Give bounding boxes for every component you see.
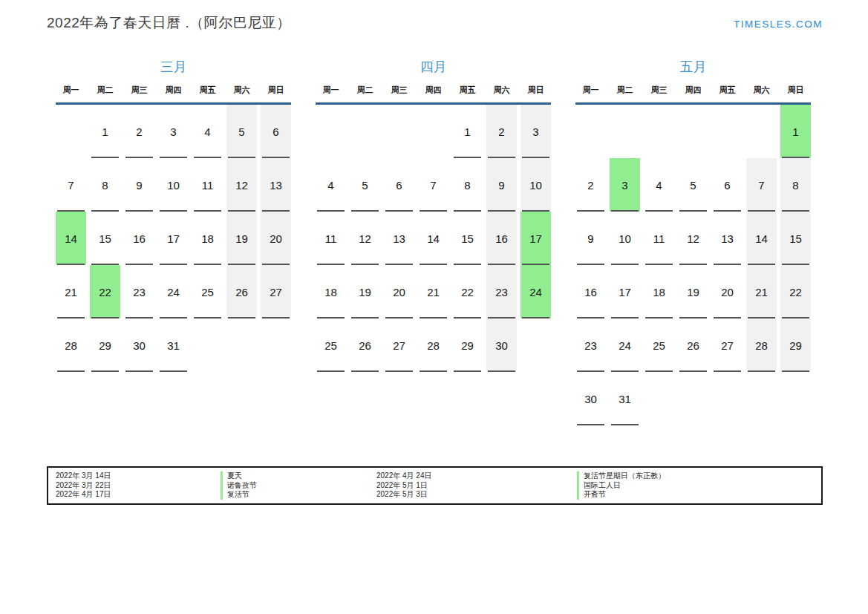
day-number: 11 <box>653 232 665 245</box>
holiday-day-cell: 1 <box>780 105 811 158</box>
empty-cell <box>316 105 346 158</box>
legend-date: 2022年 5月 3日 <box>376 490 577 500</box>
day-number: 14 <box>427 232 440 245</box>
day-cell-underline <box>317 370 345 372</box>
weekday-label: 周日 <box>521 85 551 102</box>
day-number: 30 <box>133 339 146 352</box>
day-number: 4 <box>656 179 662 192</box>
day-cell: 5 <box>226 105 257 158</box>
day-cell-underline <box>577 424 604 425</box>
day-cell: 30 <box>486 319 517 372</box>
day-number: 12 <box>235 179 248 192</box>
empty-cell <box>56 105 86 158</box>
day-number: 4 <box>327 179 333 192</box>
day-cell: 8 <box>780 158 811 212</box>
day-cell: 13 <box>384 212 414 265</box>
day-cell: 11 <box>316 212 346 265</box>
day-cell: 25 <box>316 319 346 372</box>
empty-cell <box>644 372 674 425</box>
day-number: 29 <box>461 339 474 352</box>
site-logo[interactable]: TIMESLES.COM <box>734 19 823 30</box>
day-cell: 24 <box>610 319 640 372</box>
day-number: 23 <box>584 339 597 352</box>
day-cell: 23 <box>124 265 154 319</box>
day-cell: 20 <box>712 265 743 319</box>
day-number: 20 <box>721 286 734 298</box>
day-cell: 6 <box>261 105 291 158</box>
day-number: 17 <box>619 286 631 298</box>
day-cell: 28 <box>746 319 777 372</box>
day-number: 25 <box>201 286 214 298</box>
day-cell: 27 <box>384 319 414 372</box>
day-number: 21 <box>755 286 768 298</box>
day-number: 20 <box>270 232 282 245</box>
day-number: 21 <box>65 286 77 298</box>
day-cell-underline <box>125 370 153 372</box>
day-number: 26 <box>687 339 699 352</box>
day-number: 1 <box>102 125 108 138</box>
day-cell: 5 <box>678 158 708 212</box>
day-number: 25 <box>653 339 665 352</box>
day-cell: 29 <box>452 319 483 372</box>
day-cell: 10 <box>610 212 640 265</box>
day-number: 5 <box>690 179 696 192</box>
day-cell: 17 <box>158 212 189 265</box>
day-number: 10 <box>167 179 180 192</box>
weekday-header: 周一周二周三周四周五周六周日 <box>575 85 811 105</box>
day-cell: 4 <box>192 105 223 158</box>
day-number: 28 <box>65 339 77 352</box>
day-cell: 10 <box>521 158 551 212</box>
day-number: 29 <box>99 339 111 352</box>
day-number: 3 <box>532 125 538 138</box>
page-header: 2022年為了春天日曆 .（阿尔巴尼亚） TIMESLES.COM <box>0 0 868 33</box>
day-cell: 17 <box>610 265 640 319</box>
day-number: 23 <box>133 286 146 298</box>
day-number: 28 <box>755 339 768 352</box>
day-cell: 9 <box>486 158 517 212</box>
empty-cell <box>261 319 291 372</box>
day-cell: 11 <box>644 212 674 265</box>
day-number: 24 <box>167 286 180 298</box>
day-number: 24 <box>619 339 631 352</box>
day-number: 15 <box>99 232 111 245</box>
day-number: 18 <box>201 232 214 245</box>
legend-dates-column-1: 2022年 3月 14日 2022年 3月 22日 2022年 4月 17日 <box>56 471 221 500</box>
empty-cell <box>746 372 777 425</box>
day-cell: 14 <box>418 212 448 265</box>
day-cell: 4 <box>644 158 674 212</box>
day-number: 6 <box>724 179 730 192</box>
day-number: 6 <box>273 125 278 138</box>
day-number: 22 <box>99 286 111 298</box>
weekday-label: 周六 <box>746 85 777 102</box>
weekday-label: 周三 <box>124 85 154 102</box>
day-cell: 8 <box>90 158 120 212</box>
month-title: 四月 <box>316 58 551 76</box>
weekday-header: 周一周二周三周四周五周六周日 <box>316 85 551 105</box>
legend-date: 2022年 5月 1日 <box>376 481 577 491</box>
day-cell: 13 <box>712 212 743 265</box>
legend-names-column-1: 夏天 诺鲁孜节 复活节 <box>221 471 376 500</box>
day-cell: 7 <box>56 158 86 212</box>
empty-cell <box>226 319 257 372</box>
day-number: 14 <box>65 232 77 245</box>
empty-cell <box>746 105 777 158</box>
empty-cell <box>780 372 811 425</box>
day-cell: 18 <box>316 265 346 319</box>
day-cell-underline <box>385 370 413 372</box>
weekday-label: 周一 <box>575 85 606 102</box>
weekday-label: 周二 <box>90 85 120 102</box>
day-number: 8 <box>792 179 798 192</box>
day-number: 26 <box>359 339 371 352</box>
day-cell: 23 <box>575 319 606 372</box>
day-cell: 27 <box>261 265 291 319</box>
day-number: 17 <box>529 232 542 245</box>
day-cell: 2 <box>124 105 154 158</box>
day-cell: 31 <box>610 372 640 425</box>
day-cell: 3 <box>521 105 551 158</box>
day-cell: 11 <box>192 158 223 212</box>
day-cell: 20 <box>384 265 414 319</box>
day-cell: 27 <box>712 319 743 372</box>
day-cell: 23 <box>486 265 517 319</box>
day-cell-underline <box>351 370 379 372</box>
day-cell: 3 <box>158 105 189 158</box>
